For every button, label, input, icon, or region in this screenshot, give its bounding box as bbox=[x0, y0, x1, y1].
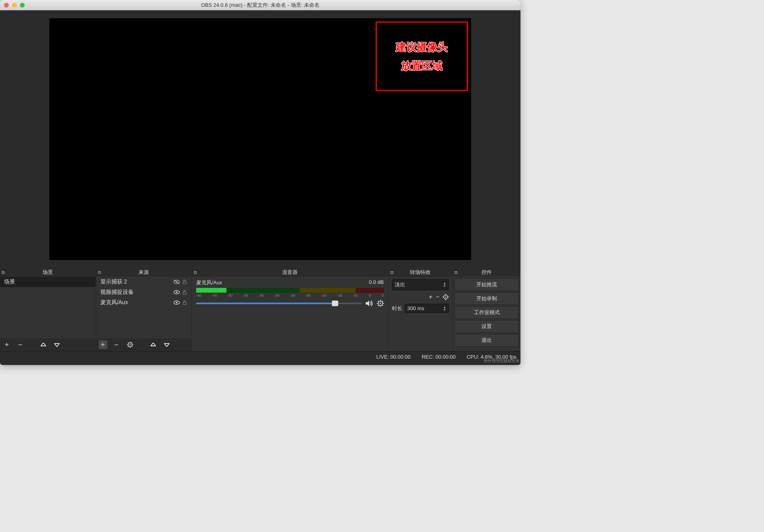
source-item[interactable]: 视频捕捉设备 bbox=[96, 287, 192, 297]
camera-hint-line2: 放置区域 bbox=[401, 59, 442, 73]
spinner-icon: ▲▼ bbox=[443, 282, 446, 287]
eye-icon[interactable] bbox=[173, 289, 180, 295]
duration-label: 时长 bbox=[392, 305, 402, 312]
popout-icon[interactable]: ⧉ bbox=[454, 270, 458, 275]
remove-source-button[interactable]: − bbox=[112, 340, 121, 349]
controls-panel-header: ⧉ 控件 bbox=[453, 268, 520, 277]
window-title: OBS 24.0.6 (mac) - 配置文件: 未命名 - 场景: 未命名 bbox=[3, 2, 517, 9]
transition-select[interactable]: 淡出 ▲▼ bbox=[392, 279, 449, 290]
camera-placement-hint: 建议摄像头 放置区域 bbox=[376, 21, 468, 91]
minimize-window-button[interactable] bbox=[12, 3, 17, 8]
controls-body: 开始推流 开始录制 工作室模式 设置 退出 bbox=[453, 277, 520, 351]
mixer-scale: -60 -55 -50 -45 -40 -35 -30 -25 -20 -15 … bbox=[196, 293, 384, 297]
eye-hidden-icon[interactable] bbox=[173, 279, 180, 285]
mixer-channel-name: 麦克风/Aux bbox=[196, 279, 222, 286]
close-window-button[interactable] bbox=[4, 3, 9, 8]
move-scene-up-button[interactable] bbox=[39, 340, 48, 349]
scenes-panel: ⧉ 场景 场景 + − bbox=[0, 268, 96, 351]
scenes-list[interactable]: 场景 bbox=[0, 277, 96, 338]
spinner-icon[interactable]: ▲▼ bbox=[443, 306, 446, 311]
svg-rect-9 bbox=[183, 302, 186, 305]
duration-input[interactable]: 300 ms ▲▼ bbox=[405, 304, 449, 313]
controls-panel: ⧉ 控件 开始推流 开始录制 工作室模式 设置 退出 bbox=[453, 268, 520, 351]
svg-line-16 bbox=[128, 342, 129, 343]
maximize-window-button[interactable] bbox=[20, 3, 25, 8]
bottom-panels: ⧉ 场景 场景 + − ⧉ bbox=[0, 268, 520, 351]
scenes-panel-header: ⧉ 场景 bbox=[0, 268, 96, 277]
status-bar: LIVE: 00:00:00 REC: 00:00:00 CPU: 4.6%, … bbox=[0, 351, 520, 362]
lock-icon[interactable] bbox=[182, 289, 187, 295]
start-recording-button[interactable]: 开始录制 bbox=[454, 292, 519, 305]
status-rec: REC: 00:00:00 bbox=[422, 354, 456, 360]
svg-line-27 bbox=[382, 305, 382, 306]
mixer-level-meter bbox=[196, 288, 384, 293]
mixer-channel: 麦克风/Aux 0.0 dB -60 -55 -50 -45 -40 -35 -… bbox=[192, 277, 388, 309]
svg-line-17 bbox=[131, 346, 132, 347]
source-item[interactable]: 麦克风/Aux bbox=[96, 297, 192, 308]
transition-settings-button[interactable] bbox=[442, 294, 449, 300]
source-item[interactable]: 显示捕获 2 bbox=[96, 277, 192, 287]
scene-item[interactable]: 场景 bbox=[0, 277, 96, 287]
speaker-icon[interactable] bbox=[365, 300, 374, 307]
svg-point-21 bbox=[380, 303, 381, 304]
svg-line-29 bbox=[382, 301, 382, 302]
sources-toolbar: + − bbox=[96, 338, 192, 351]
mixer-panel-header: ⧉ 混音器 bbox=[192, 268, 388, 277]
popout-icon[interactable]: ⧉ bbox=[390, 270, 394, 275]
move-source-down-button[interactable] bbox=[162, 340, 171, 349]
mixer-channel-level: 0.0 dB bbox=[369, 279, 384, 286]
transitions-body: 淡出 ▲▼ + − 时长 300 ms bbox=[389, 277, 452, 351]
source-settings-button[interactable] bbox=[126, 340, 134, 349]
lock-icon[interactable] bbox=[182, 300, 187, 305]
gear-icon[interactable] bbox=[377, 300, 384, 307]
svg-line-28 bbox=[378, 305, 378, 306]
svg-rect-6 bbox=[183, 292, 186, 294]
remove-scene-button[interactable]: − bbox=[16, 340, 25, 349]
studio-mode-button[interactable]: 工作室模式 bbox=[454, 306, 519, 319]
transitions-panel: ⧉ 转场特效 淡出 ▲▼ + − 时长 bbox=[389, 268, 452, 351]
popout-icon[interactable]: ⧉ bbox=[2, 270, 5, 275]
svg-point-5 bbox=[176, 291, 177, 293]
svg-point-8 bbox=[176, 302, 177, 303]
svg-point-31 bbox=[445, 297, 446, 298]
mixer-body: 麦克风/Aux 0.0 dB -60 -55 -50 -45 -40 -35 -… bbox=[192, 277, 388, 351]
move-source-up-button[interactable] bbox=[149, 340, 158, 349]
add-scene-button[interactable]: + bbox=[2, 340, 11, 349]
mixer-panel: ⧉ 混音器 麦克风/Aux 0.0 dB -60 -55 -50 bbox=[192, 268, 388, 351]
remove-transition-button[interactable]: − bbox=[436, 293, 439, 301]
exit-button[interactable]: 退出 bbox=[454, 334, 519, 347]
svg-rect-3 bbox=[183, 282, 186, 284]
status-live: LIVE: 00:00:00 bbox=[376, 354, 411, 360]
eye-icon[interactable] bbox=[173, 300, 180, 305]
popout-icon[interactable]: ⧉ bbox=[98, 270, 101, 275]
start-streaming-button[interactable]: 开始推流 bbox=[454, 278, 519, 291]
camera-hint-line1: 建议摄像头 bbox=[396, 40, 448, 54]
svg-point-11 bbox=[129, 344, 131, 346]
traffic-lights bbox=[4, 3, 25, 8]
svg-line-26 bbox=[378, 301, 378, 302]
obs-window: OBS 24.0.6 (mac) - 配置文件: 未命名 - 场景: 未命名 建… bbox=[0, 0, 520, 365]
sources-list[interactable]: 显示捕获 2 视频捕捉设备 bbox=[96, 277, 192, 338]
mixer-slider-thumb[interactable] bbox=[332, 301, 338, 306]
preview-area: 建议摄像头 放置区域 bbox=[0, 10, 520, 268]
svg-line-18 bbox=[128, 346, 129, 347]
sources-panel-header: ⧉ 来源 bbox=[96, 268, 192, 277]
sources-panel: ⧉ 来源 显示捕获 2 视频捕捉设备 bbox=[96, 268, 192, 351]
watermark-text: 秋叶商学院版权所有 bbox=[484, 358, 520, 364]
svg-line-19 bbox=[131, 342, 132, 343]
settings-button[interactable]: 设置 bbox=[454, 320, 519, 333]
popout-icon[interactable]: ⧉ bbox=[194, 270, 197, 275]
add-transition-button[interactable]: + bbox=[429, 293, 433, 301]
scenes-toolbar: + − bbox=[0, 338, 96, 351]
add-source-button[interactable]: + bbox=[99, 340, 107, 349]
move-scene-down-button[interactable] bbox=[53, 340, 61, 349]
transitions-panel-header: ⧉ 转场特效 bbox=[389, 268, 452, 277]
mixer-volume-slider[interactable] bbox=[196, 303, 361, 304]
window-titlebar: OBS 24.0.6 (mac) - 配置文件: 未命名 - 场景: 未命名 bbox=[0, 0, 520, 10]
lock-icon[interactable] bbox=[182, 279, 187, 285]
preview-canvas[interactable]: 建议摄像头 放置区域 bbox=[49, 18, 471, 260]
